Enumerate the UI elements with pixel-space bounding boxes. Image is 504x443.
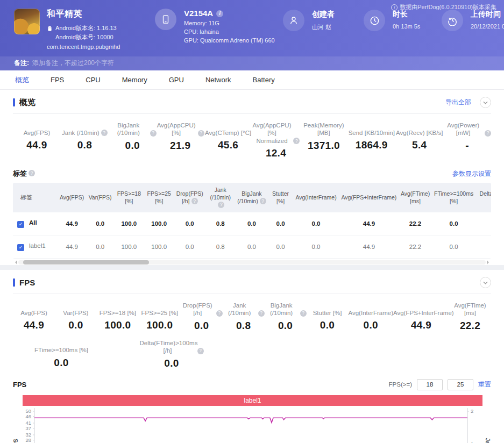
stat-item: Avg(FPS)44.9 — [13, 302, 55, 332]
fps-threshold-controls: FPS(>=) 重置 — [389, 379, 491, 390]
device-block: V2154Ai Memory: 11G CPU: lahaina GPU: Qu… — [155, 9, 283, 44]
help-icon[interactable]: ? — [198, 130, 204, 137]
fps-threshold-input-2[interactable] — [448, 379, 473, 390]
value-cell: 0.0 — [431, 212, 476, 235]
fps-card: FPS Avg(FPS)44.9Var(FPS)0.0FPS>=18 [%]10… — [0, 270, 504, 443]
scroll-right-arrow-icon[interactable] — [487, 260, 491, 265]
remark-placeholder: 添加备注，不超过200个字符 — [32, 59, 114, 67]
table-hscrollbar[interactable] — [13, 260, 491, 265]
fps-chart-svg[interactable]: 05914182328323741465001200:0000:4001:200… — [13, 406, 491, 443]
help-icon[interactable]: ? — [260, 198, 266, 204]
stat-label-text: BigJank (/10min) — [265, 302, 299, 317]
svg-text:2: 2 — [471, 408, 473, 414]
fps-stats-row-2: FTime>=100ms [%]0.0Delta(FTime)>100ms [/… — [13, 336, 491, 375]
stat-item: FPS>=25 [%]100.0 — [139, 302, 181, 332]
duration-block: 时长 0h 13m 5s — [364, 10, 442, 31]
fps-chart-area[interactable]: 05914182328323741465001200:0000:4001:200… — [13, 406, 491, 443]
fps-title: FPS — [19, 278, 35, 287]
device-model: V2154Ai — [184, 9, 275, 18]
stat-item: Avg(Power) [mW]?- — [443, 122, 491, 159]
row-label-cell: ✓All — [13, 212, 58, 235]
help-icon[interactable]: ? — [197, 348, 204, 354]
value-cell: 44.9 — [339, 212, 399, 235]
remark-bar[interactable]: 备注:添加备注，不超过200个字符 — [0, 56, 504, 70]
help-icon[interactable]: ? — [150, 130, 157, 137]
help-icon[interactable]: ? — [191, 198, 198, 204]
value-cell: 44.9 — [339, 235, 399, 259]
row-name: label1 — [29, 242, 46, 249]
column-header: FPS>=18 [%] — [114, 183, 144, 212]
value-cell: 0.0 — [86, 235, 113, 259]
tab-GPU[interactable]: GPU — [169, 70, 184, 89]
device-cpu: CPU: lahaina — [184, 28, 275, 35]
labels-table-wrap: 标签Avg(FPS)Var(FPS)FPS>=18 [%]FPS>=25 [%]… — [13, 183, 491, 259]
tab-概览[interactable]: 概览 — [15, 70, 29, 89]
column-header: FTime>=100ms [%] — [431, 183, 476, 212]
creator-label: 创建者 — [312, 10, 335, 19]
stat-value: 22.2 — [449, 320, 491, 332]
row-label-cell: ✓label1 — [13, 235, 58, 259]
stat-label-text: Avg(InterFrame) — [349, 309, 394, 317]
stat-label-text: FPS>=18 [%] — [100, 309, 136, 317]
stat-item: Delta(FTime)>100ms [/h]?0.0 — [110, 339, 233, 369]
export-all-link[interactable]: 导出全部 — [445, 98, 471, 107]
help-icon[interactable]: ? — [293, 138, 300, 144]
overview-stats-row: Avg(FPS)44.9Jank (/10min)?0.8BigJank (/1… — [13, 114, 491, 163]
scrollbar-thumb[interactable] — [23, 260, 150, 265]
android-version-code: Android版本号: 10000 — [55, 33, 117, 42]
stat-value: 21.9 — [157, 140, 204, 152]
help-icon[interactable]: ? — [300, 310, 307, 317]
stat-label-text: Stutter [%] — [313, 309, 342, 317]
reset-link[interactable]: 重置 — [478, 380, 491, 389]
app-package: com.tencent.tmgp.pubgmhd — [47, 44, 120, 50]
help-icon[interactable]: ? — [216, 310, 223, 317]
phone-icon — [155, 9, 176, 30]
value-cell: 0.0 — [236, 212, 268, 235]
stat-label: BigJank (/10min)? — [265, 302, 307, 317]
stat-item: BigJank (/10min)?0.0 — [265, 302, 307, 332]
section-tabs: 概览FPSCPUMemoryGPUNetworkBattery — [0, 70, 504, 90]
collapse-overview-button[interactable] — [480, 97, 491, 108]
column-header: Delta(FTime)>100ms [/h]? — [476, 183, 491, 212]
column-header: Avg(InterFrame) — [293, 183, 339, 212]
stat-label: Jank (/10min)? — [223, 302, 265, 317]
svg-text:32: 32 — [25, 431, 31, 437]
column-header: BigJank (/10min)? — [236, 183, 268, 212]
scrollbar-track[interactable] — [18, 260, 486, 265]
fps-chart-label: FPS — [13, 381, 26, 389]
fps-threshold-input-1[interactable] — [417, 379, 443, 390]
collapse-fps-button[interactable] — [480, 277, 491, 288]
help-icon[interactable]: ? — [258, 310, 265, 317]
value-cell: 0.0 — [268, 235, 293, 259]
labels-title: 标签 — [13, 169, 27, 178]
stat-value: 12.4 — [252, 147, 300, 159]
stat-item: Avg(FPS)44.9 — [13, 122, 61, 159]
help-icon[interactable]: ? — [218, 202, 224, 208]
app-block: 和平精英 Android版本名: 1.16.13 Android版本号: 100… — [14, 9, 141, 50]
stat-item: Stutter [%]0.0 — [307, 302, 349, 332]
tab-Network[interactable]: Network — [205, 70, 231, 89]
stat-item: FPS>=18 [%]100.0 — [97, 302, 139, 332]
labels-table: 标签Avg(FPS)Var(FPS)FPS>=18 [%]FPS>=25 [%]… — [13, 183, 491, 259]
checkbox-checked-icon[interactable]: ✓ — [17, 244, 24, 251]
checkbox-checked-icon[interactable]: ✓ — [17, 221, 24, 228]
value-cell: 0.0 — [236, 235, 268, 259]
help-icon[interactable]: ? — [485, 130, 491, 137]
tab-FPS[interactable]: FPS — [51, 70, 64, 89]
stat-label: Send [KB/10min] — [347, 122, 395, 137]
tab-CPU[interactable]: CPU — [86, 70, 100, 89]
help-icon[interactable]: ? — [29, 170, 35, 176]
tab-Memory[interactable]: Memory — [122, 70, 147, 89]
scroll-left-arrow-icon[interactable] — [13, 260, 17, 265]
param-display-settings-link[interactable]: 参数显示设置 — [452, 169, 491, 178]
tab-Battery[interactable]: Battery — [253, 70, 275, 89]
stat-value: 100.0 — [97, 319, 139, 331]
stat-label-text: FPS>=25 [%] — [141, 309, 178, 317]
stat-value: 1864.9 — [347, 139, 395, 151]
help-icon[interactable]: ? — [101, 130, 108, 136]
svg-text:41: 41 — [25, 420, 31, 426]
stat-label: Avg(FPS+InterFrame) — [393, 302, 449, 317]
stat-item: FTime>=100ms [%]0.0 — [13, 339, 110, 369]
device-info-icon[interactable]: i — [216, 10, 223, 17]
app-icon — [14, 9, 40, 34]
